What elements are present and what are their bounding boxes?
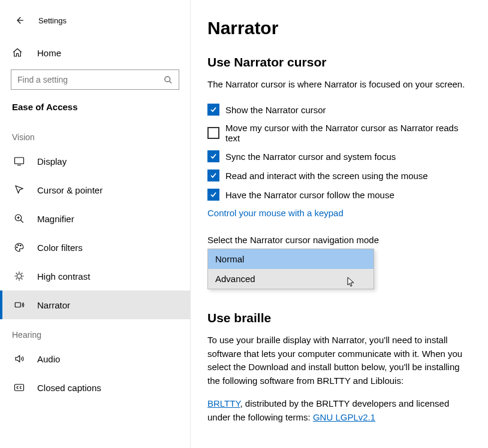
- checkbox[interactable]: [207, 127, 219, 139]
- sidebar-item-highcontrast[interactable]: High contrast: [0, 262, 190, 290]
- braille-license-line: BRLTTY, distributed by the BRLTTY develo…: [207, 397, 471, 424]
- nav-mode-label: Select the Narrator cursor navigation mo…: [207, 235, 471, 245]
- checkbox-list: Show the Narrator cursorMove my cursor w…: [207, 104, 471, 201]
- back-button[interactable]: [12, 13, 26, 28]
- checkbox-label: Move my cursor with the Narrator cursor …: [225, 123, 471, 143]
- sidebar-item-cursor[interactable]: Cursor & pointer: [0, 175, 190, 204]
- page-title: Narrator: [207, 18, 471, 38]
- app-title: Settings: [38, 16, 67, 25]
- nav-mode-dropdown[interactable]: Normal Advanced: [207, 249, 374, 289]
- checkbox[interactable]: [207, 150, 219, 162]
- sidebar-item-label: Display: [37, 156, 67, 167]
- sidebar-item-label: Cursor & pointer: [37, 185, 103, 195]
- sidebar-item-cc[interactable]: Closed captions: [0, 373, 190, 402]
- contrast-icon: [12, 271, 26, 281]
- sidebar-item-display[interactable]: Display: [0, 147, 190, 175]
- svg-rect-1: [15, 158, 24, 164]
- dropdown-option-advanced[interactable]: Advanced: [208, 269, 373, 289]
- checkbox-row: Have the Narrator cursor follow the mous…: [207, 189, 471, 201]
- cursor-section-title: Use Narrator cursor: [207, 55, 471, 69]
- sidebar-item-audio[interactable]: Audio: [0, 344, 190, 373]
- svg-rect-8: [15, 385, 24, 391]
- checkbox-row: Move my cursor with the Narrator cursor …: [207, 123, 471, 143]
- cursor-icon: [12, 184, 26, 195]
- sidebar-item-label: Narrator: [37, 300, 70, 310]
- brltty-link[interactable]: BRLTTY: [207, 398, 240, 408]
- sidebar-item-label: Color filters: [37, 243, 83, 253]
- checkbox-row: Sync the Narrator cursor and system focu…: [207, 150, 471, 162]
- home-nav[interactable]: Home: [0, 41, 190, 65]
- svg-point-5: [20, 245, 22, 246]
- sidebar-item-narrator[interactable]: Narrator: [0, 290, 190, 319]
- svg-point-6: [17, 274, 22, 279]
- topbar: Settings: [0, 10, 190, 31]
- checkbox[interactable]: [207, 189, 219, 201]
- checkbox-row: Read and interact with the screen using …: [207, 169, 471, 181]
- display-icon: [12, 156, 26, 167]
- braille-title: Use braille: [207, 311, 471, 325]
- sidebar-item-label: Closed captions: [37, 383, 101, 393]
- group-label-vision: Vision: [0, 122, 190, 147]
- sidebar-item-magnifier[interactable]: Magnifier: [0, 204, 190, 233]
- checkbox-label: Show the Narrator cursor: [225, 105, 326, 115]
- checkbox-label: Have the Narrator cursor follow the mous…: [225, 190, 394, 200]
- checkbox-row: Show the Narrator cursor: [207, 104, 471, 116]
- arrow-left-icon: [14, 15, 25, 26]
- svg-point-0: [165, 76, 170, 81]
- dropdown-option-normal[interactable]: Normal: [208, 249, 373, 269]
- checkbox[interactable]: [207, 169, 219, 181]
- svg-rect-7: [15, 302, 20, 307]
- home-label: Home: [37, 48, 61, 58]
- search-box[interactable]: [11, 69, 179, 90]
- svg-point-4: [18, 245, 19, 246]
- checkbox[interactable]: [207, 104, 219, 116]
- cursor-desc: The Narrator cursor is where Narrator is…: [207, 78, 471, 90]
- main-content: Narrator Use Narrator cursor The Narrato…: [191, 0, 488, 448]
- checkbox-label: Sync the Narrator cursor and system focu…: [225, 152, 396, 162]
- lgpl-link[interactable]: GNU LGPLv2.1: [313, 412, 375, 422]
- narrator-icon: [12, 299, 26, 310]
- sidebar-item-label: High contrast: [37, 271, 90, 281]
- palette-icon: [12, 242, 26, 253]
- sidebar: Settings Home Ease of Access Vision Disp…: [0, 0, 191, 448]
- audio-icon: [12, 353, 26, 364]
- keypad-link[interactable]: Control your mouse with a keypad: [207, 208, 344, 218]
- magnifier-icon: [12, 213, 26, 224]
- checkbox-label: Read and interact with the screen using …: [225, 171, 428, 181]
- sidebar-item-colorfilters[interactable]: Color filters: [0, 233, 190, 262]
- search-icon: [164, 75, 173, 84]
- cc-icon: [12, 382, 26, 393]
- home-icon: [12, 47, 26, 58]
- search-input[interactable]: [17, 75, 164, 84]
- braille-desc: To use your braille display with Narrato…: [207, 334, 471, 388]
- section-header: Ease of Access: [0, 98, 190, 122]
- sidebar-item-label: Magnifier: [37, 214, 74, 224]
- group-label-hearing: Hearing: [0, 319, 190, 344]
- svg-point-3: [17, 247, 18, 248]
- sidebar-item-label: Audio: [37, 354, 60, 364]
